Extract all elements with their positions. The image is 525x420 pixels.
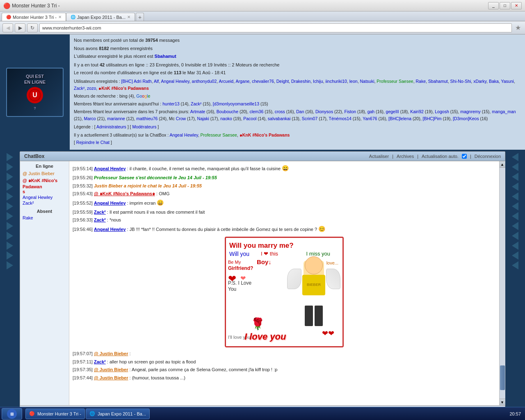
total-posts: 39754 <box>145 38 158 43</box>
bday-hunter13[interactable]: hunter13 <box>162 101 179 106</box>
chat-scrollbar[interactable]: ▲ ▼ <box>499 161 505 405</box>
svg-text:U: U <box>32 91 37 98</box>
browser-title: Monster Hunter 3 Tri - <box>12 3 488 9</box>
chat-user-zack-3[interactable]: Zack² <box>94 359 106 364</box>
chat-message-6: [19:55:59] Zack² : Il est parmit nours i… <box>73 208 496 216</box>
user-drakeshin[interactable]: Drakeshin <box>291 79 310 84</box>
scroll-down-button[interactable]: ▼ <box>500 399 505 405</box>
newest-member[interactable]: Sbahamut <box>155 54 176 59</box>
auto-refresh-label: Actualisation auto. <box>422 154 459 159</box>
user-iinchuriki[interactable]: iinchuriki10 <box>325 79 347 84</box>
chat-user-justin-3[interactable]: @ Justin Bieber <box>94 375 128 380</box>
online-count: 42 <box>100 62 105 67</box>
bday-crow[interactable]: Crow <box>176 116 186 121</box>
online-user-3[interactable]: Angeal Hewley <box>23 195 66 200</box>
bday-d3mon[interactable]: [d3monlyoyomarseille13 <box>213 101 259 106</box>
user-alf[interactable]: Alf <box>154 79 159 84</box>
user-baka[interactable]: Baka <box>489 79 499 84</box>
online-user-1[interactable]: @ Justin Bieber <box>23 171 66 176</box>
chat-user-justin-2[interactable]: @ Justin Bieber <box>94 367 128 372</box>
separator-3: | <box>470 154 471 159</box>
forward-button[interactable]: ▶ <box>15 23 25 32</box>
user-natsuki[interactable]: Natsuki <box>360 79 374 84</box>
user-xdarky[interactable]: xDarky <box>473 79 486 84</box>
new-tab-button[interactable]: + <box>136 13 144 21</box>
chat-user-angeal-2[interactable]: Angeal Hewley <box>94 201 126 205</box>
chat-message-4: [19:55:43] @ ๑KnK #Nico's Padawans๑ : OM… <box>73 190 496 198</box>
close-button[interactable]: ✕ <box>511 2 522 9</box>
user-leon[interactable]: leon <box>349 79 358 84</box>
tab-1-close[interactable]: ✕ <box>58 15 62 19</box>
back-button[interactable]: ◀ <box>2 23 13 32</box>
chat-user-justin-1[interactable]: @ Justin Bieber <box>94 351 128 356</box>
user-sbahamut[interactable]: Sbahamut <box>428 79 448 84</box>
jb-image-container: Will you marry me? Will you I ❤ this I m… <box>73 237 496 347</box>
cb-user-knk[interactable]: ๑KnK #Nico's Padawans <box>240 132 290 137</box>
user-argane[interactable]: Argane <box>235 79 249 84</box>
chat-user-angeal-1[interactable]: Angeal Hewley <box>94 166 126 171</box>
taskbar-item-2-label: Japan Expo 2011 - Ba... <box>98 411 146 416</box>
total-members: 8182 <box>99 46 109 51</box>
chat-message-1: [19:55:14] Angeal Hewley : il chante, il… <box>73 164 496 173</box>
maximize-button[interactable]: □ <box>500 2 510 9</box>
scroll-up-button[interactable]: ▲ <box>500 161 505 168</box>
taskbar-item-2[interactable]: 🌐 Japan Expo 2011 - Ba... <box>86 409 150 419</box>
online-user-4[interactable]: Zack² <box>23 201 66 205</box>
disconnect-link[interactable]: Déconnexion <box>475 154 501 159</box>
chat-user-zack-1[interactable]: Zack² <box>94 210 106 215</box>
online-user-2[interactable]: @ ๑KnK #Nico's Padawans <box>23 177 66 194</box>
logo-line2: EN LIGNE <box>24 80 46 84</box>
logo-line1: QUI EST <box>26 74 44 79</box>
chat-message-8: [19:56:46] Angeal Hewley : JB !!! *fan* … <box>73 224 496 234</box>
bookmark-button[interactable]: ★ <box>514 23 523 32</box>
user-zozo[interactable]: zozo <box>87 86 96 91</box>
bday-boubouche[interactable]: Boubouche <box>217 109 238 114</box>
chat-user-angeal-3[interactable]: Angeal Hewley <box>94 227 126 232</box>
refresh-button[interactable]: ↻ <box>27 23 38 32</box>
user-zack[interactable]: Zack² <box>74 86 84 91</box>
user-professeur[interactable]: Professeur Saesee <box>377 79 413 84</box>
user-ichiju[interactable]: Ichiju <box>313 79 323 84</box>
rejoin-chat-link[interactable]: Rejoindre le Chat <box>76 140 110 145</box>
user-angeal[interactable]: Angeal Hewley <box>161 79 189 84</box>
chat-user-knk-1[interactable]: @ ๑KnK #Nico's Padawans๑ <box>94 191 155 196</box>
chat-message-2: [19:55:26] Professeur Saesee s'est décon… <box>73 174 496 182</box>
minimize-button[interactable]: _ <box>488 2 499 9</box>
user-bhc-adri[interactable]: [BHC] Adri Rath <box>121 79 152 84</box>
scroll-track[interactable] <box>500 168 505 399</box>
cb-user-angeal[interactable]: Angeal Hewley <box>169 132 198 137</box>
user-deight[interactable]: Deight <box>276 79 289 84</box>
user-knk[interactable]: ๑KnK #Nico's Padawans <box>98 86 149 91</box>
chat-user-zack-2[interactable]: Zack² <box>94 217 106 222</box>
tab-2[interactable]: 🌐 Japan Expo 2011 - Ba... ✕ <box>66 13 135 21</box>
online-heading: En ligne <box>23 164 66 169</box>
chat-message-12: [19:57:44] @ Justin Bieber : (humour, to… <box>73 374 496 382</box>
taskbar: ⊞ 🔴 Monster Hunter 3 Tri - 🌐 Japan Expo … <box>0 407 525 420</box>
start-button[interactable]: ⊞ <box>2 408 22 420</box>
google-link[interactable]: Google <box>136 94 150 98</box>
refresh-link[interactable]: Actualiser <box>369 154 389 159</box>
chatbox-title: ChatBox <box>24 153 44 159</box>
user-anthony[interactable]: anthonydu02 <box>192 79 217 84</box>
cb-user-professeur[interactable]: Professeur Saesee <box>201 132 237 137</box>
scroll-thumb[interactable] <box>500 365 505 390</box>
bday-zack[interactable]: Zack² <box>191 101 201 106</box>
absent-user-1[interactable]: Rake <box>23 215 66 220</box>
taskbar-item-1[interactable]: 🔴 Monster Hunter 3 Tri - <box>25 409 85 419</box>
admins-link[interactable]: Administrateurs <box>96 124 126 129</box>
chat-message-10: [19:57:11] Zack² : aller hop un screen g… <box>73 358 496 366</box>
user-yasuni[interactable]: Yasuni <box>501 79 514 84</box>
user-chevalier[interactable]: chevalier76 <box>252 79 274 84</box>
address-bar[interactable]: www.monsterhunter3-wii.com <box>39 23 512 32</box>
separator-2: | <box>417 154 418 159</box>
tab-2-close[interactable]: ✕ <box>127 15 130 19</box>
auto-refresh-checkbox[interactable] <box>462 154 467 159</box>
user-shi[interactable]: Shi-No-Shi <box>450 79 471 84</box>
user-rake[interactable]: Rake <box>415 79 426 84</box>
tab-1[interactable]: 🔴 Monster Hunter 3 Tri - ✕ <box>2 13 66 21</box>
archives-link[interactable]: Archives <box>397 154 414 159</box>
chat-message-11: [19:57:35] @ Justin Bieber : Angeal, par… <box>73 366 496 374</box>
user-arcueid[interactable]: Arcueid <box>219 79 234 84</box>
modos-link[interactable]: Modérateurs <box>132 124 156 129</box>
bday-artmate[interactable]: Artmate <box>190 109 205 114</box>
